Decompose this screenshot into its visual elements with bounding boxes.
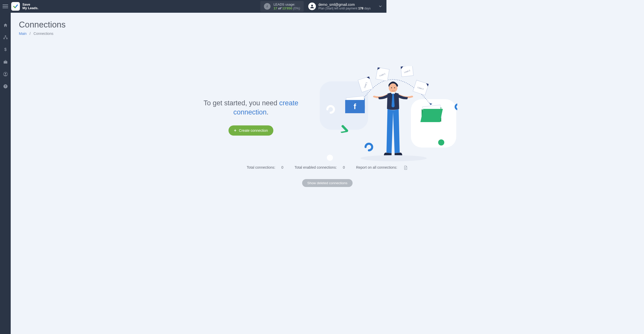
brand-line2: My Leads.	[22, 6, 38, 10]
svg-rect-1	[5, 35, 6, 36]
billing-icon[interactable]: $	[3, 47, 8, 52]
show-deleted-button[interactable]: Show deleted connections	[302, 179, 353, 187]
svg-rect-3	[6, 38, 7, 39]
brand-line1: Save	[22, 3, 38, 6]
breadcrumb-main-link[interactable]: Main	[19, 32, 26, 36]
account-plan: Plan |Start| left until payment 178 days	[318, 7, 371, 10]
cta-suffix: .	[267, 108, 269, 116]
enabled-connections: Total enabled connections: 0	[292, 165, 348, 169]
svg-point-29	[360, 155, 386, 161]
svg-text:$: $	[4, 47, 7, 52]
usage-of: of	[278, 6, 281, 10]
usage-box[interactable]: i LEADS usage: 17 of 13'850 (0%)	[260, 1, 304, 12]
svg-point-14	[327, 155, 333, 161]
svg-point-0	[311, 5, 313, 6]
usage-total: 13'850	[282, 6, 292, 10]
connections-icon[interactable]	[3, 35, 8, 40]
help-icon[interactable]: ?	[3, 83, 8, 89]
plan-days: 178	[358, 7, 363, 10]
briefcase-icon[interactable]	[3, 59, 8, 65]
usage-label: LEADS usage:	[274, 3, 300, 6]
svg-point-7	[5, 73, 6, 74]
hamburger-menu-button[interactable]	[3, 4, 8, 9]
plan-mid: | left until payment	[333, 7, 358, 10]
avatar-icon	[308, 3, 316, 10]
svg-text:?: ?	[5, 85, 6, 88]
plan-name: Start	[326, 7, 332, 10]
page-title: Connections	[19, 20, 386, 30]
svg-rect-2	[3, 38, 5, 39]
empty-state: To get started, you need create connecti…	[19, 66, 386, 168]
illustration: f Lead 1	[315, 66, 386, 168]
total-connections-value: 0	[281, 165, 284, 169]
brand-logo[interactable]	[11, 2, 20, 11]
sidebar: $ ?	[0, 13, 11, 200]
svg-rect-5	[4, 61, 7, 64]
account-email: demo_sml@gmail.com	[318, 3, 371, 7]
facebook-icon: f	[354, 102, 356, 111]
home-icon[interactable]	[3, 22, 8, 28]
breadcrumb: Main / Connections	[19, 32, 386, 36]
account-block[interactable]: demo_sml@gmail.com Plan |Start| left unt…	[308, 3, 371, 10]
report-label: Report on all connections:	[356, 165, 386, 169]
enabled-connections-value: 0	[343, 165, 345, 169]
plan-prefix: Plan |	[318, 7, 326, 10]
plus-icon: +	[234, 128, 236, 133]
brand-name: Save My Leads.	[22, 3, 38, 10]
breadcrumb-sep: /	[30, 32, 31, 36]
checkmark-icon	[13, 4, 18, 9]
content-area: Connections Main / Connections To get st…	[11, 13, 386, 200]
create-connection-label: Create connection	[239, 128, 268, 133]
cta-text: To get started, you need create connecti…	[197, 98, 304, 117]
topbar: Save My Leads. i LEADS usage: 17 of 13'8…	[0, 0, 386, 13]
usage-current: 17	[274, 6, 277, 10]
total-connections-label: Total connections:	[247, 165, 276, 169]
stats-row: Total connections: 0 Total enabled conne…	[11, 165, 386, 187]
total-connections: Total connections: 0	[244, 165, 287, 169]
enabled-connections-label: Total enabled connections:	[294, 165, 338, 169]
chevron-down-icon[interactable]	[378, 4, 382, 8]
cta-prefix: To get started, you need	[204, 99, 279, 107]
breadcrumb-current: Connections	[34, 32, 53, 36]
report-connections: Report on all connections:	[354, 165, 386, 169]
info-icon: i	[264, 3, 271, 10]
plan-days-word: days	[363, 7, 371, 10]
create-connection-button[interactable]: + Create connection	[229, 125, 274, 136]
usage-values: LEADS usage: 17 of 13'850 (0%)	[274, 3, 300, 10]
account-icon[interactable]	[3, 71, 8, 77]
usage-percent: (0%)	[293, 6, 300, 10]
